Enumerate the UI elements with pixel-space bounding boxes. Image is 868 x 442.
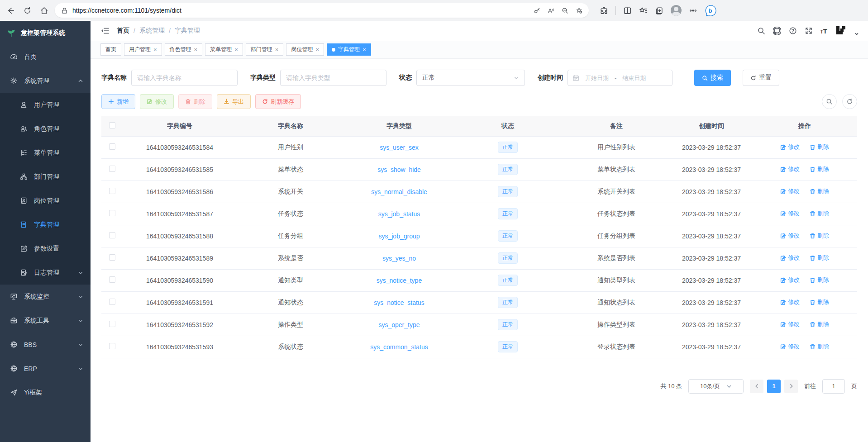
row-delete-button[interactable]: 删除 bbox=[810, 143, 829, 151]
back-icon[interactable] bbox=[6, 6, 15, 15]
column-header-type[interactable]: 字典类型 bbox=[345, 116, 453, 136]
sidebar-item-dict[interactable]: 字典管理 bbox=[0, 213, 91, 237]
row-delete-button[interactable]: 删除 bbox=[810, 232, 829, 240]
page-size-select[interactable]: 10条/页 bbox=[688, 379, 744, 394]
reset-button[interactable]: 重置 bbox=[743, 70, 779, 86]
tab-menu[interactable]: 菜单管理× bbox=[205, 43, 243, 56]
tab-role[interactable]: 角色管理× bbox=[165, 43, 203, 56]
reload-icon[interactable] bbox=[23, 6, 32, 15]
profile-avatar[interactable] bbox=[671, 5, 682, 16]
sidebar-item-post[interactable]: 岗位管理 bbox=[0, 189, 91, 213]
row-edit-button[interactable]: 修改 bbox=[780, 232, 800, 240]
dict-type-link[interactable]: sys_show_hide bbox=[377, 166, 421, 173]
row-edit-button[interactable]: 修改 bbox=[780, 254, 800, 262]
fullscreen-icon[interactable] bbox=[805, 27, 813, 35]
dict-type-link[interactable]: sys_oper_type bbox=[378, 321, 420, 328]
dict-type-link[interactable]: sys_common_status bbox=[370, 343, 428, 351]
extensions-icon[interactable] bbox=[600, 6, 608, 15]
column-header-id[interactable]: 字典编号 bbox=[123, 116, 236, 136]
row-delete-button[interactable]: 删除 bbox=[810, 342, 829, 351]
sidebar-item-tools[interactable]: 系统工具 bbox=[0, 309, 91, 333]
read-aloud-icon[interactable] bbox=[548, 7, 554, 14]
row-edit-button[interactable]: 修改 bbox=[780, 320, 800, 328]
dict-type-input[interactable] bbox=[280, 70, 386, 86]
row-checkbox[interactable] bbox=[109, 343, 115, 349]
table-refresh-button[interactable] bbox=[842, 94, 857, 109]
close-icon[interactable]: × bbox=[153, 47, 157, 52]
row-checkbox[interactable] bbox=[109, 321, 115, 327]
close-icon[interactable]: × bbox=[234, 47, 238, 52]
row-edit-button[interactable]: 修改 bbox=[780, 342, 800, 351]
sidebar-item-bbs[interactable]: BBS bbox=[0, 333, 91, 356]
table-search-toggle-button[interactable] bbox=[822, 94, 837, 109]
sidebar-item-monitor[interactable]: 系统监控 bbox=[0, 285, 91, 309]
key-icon[interactable] bbox=[534, 7, 540, 14]
tab-post[interactable]: 岗位管理× bbox=[286, 43, 324, 56]
sidebar-item-log[interactable]: 日志管理 bbox=[0, 261, 91, 285]
prev-page-button[interactable] bbox=[750, 380, 763, 393]
breadcrumb-home[interactable]: 首页 bbox=[117, 27, 129, 35]
hamburger-icon[interactable] bbox=[100, 26, 110, 35]
sidebar-item-dept[interactable]: 部门管理 bbox=[0, 165, 91, 189]
dict-type-link[interactable]: sys_yes_no bbox=[382, 255, 416, 262]
row-edit-button[interactable]: 修改 bbox=[780, 165, 800, 173]
close-icon[interactable]: × bbox=[275, 47, 279, 52]
font-size-icon[interactable]: TT bbox=[820, 27, 827, 35]
export-button[interactable]: 导出 bbox=[217, 94, 251, 109]
row-delete-button[interactable]: 删除 bbox=[810, 254, 829, 262]
sidebar-item-user[interactable]: 用户管理 bbox=[0, 93, 91, 117]
dict-name-input[interactable] bbox=[131, 70, 238, 86]
sidebar-item-system[interactable]: 系统管理 bbox=[0, 69, 91, 93]
date-end-input[interactable] bbox=[619, 75, 649, 81]
row-edit-button[interactable]: 修改 bbox=[780, 209, 800, 218]
row-checkbox[interactable] bbox=[109, 254, 115, 261]
bing-icon[interactable]: b bbox=[705, 5, 717, 17]
dict-type-link[interactable]: sys_notice_status bbox=[374, 299, 424, 306]
row-edit-button[interactable]: 修改 bbox=[780, 276, 800, 284]
tab-user[interactable]: 用户管理× bbox=[124, 43, 162, 56]
row-checkbox[interactable] bbox=[109, 299, 115, 305]
sidebar-item-menu[interactable]: 菜单管理 bbox=[0, 141, 91, 165]
url-text[interactable]: https://ccnetcore.com:1101/system/dict bbox=[72, 7, 529, 14]
breadcrumb-system[interactable]: 系统管理 bbox=[139, 27, 165, 35]
row-delete-button[interactable]: 删除 bbox=[810, 320, 829, 328]
close-icon[interactable]: × bbox=[194, 47, 198, 52]
app-logo[interactable]: 意框架管理系统 bbox=[0, 21, 91, 45]
chevron-down-icon[interactable] bbox=[854, 32, 859, 36]
dict-type-link[interactable]: sys_job_group bbox=[378, 233, 420, 240]
more-icon[interactable] bbox=[689, 6, 697, 15]
sidebar-item-erp[interactable]: ERP bbox=[0, 356, 91, 380]
edit-button[interactable]: 修改 bbox=[140, 94, 174, 109]
sidebar-item-param[interactable]: 参数设置 bbox=[0, 237, 91, 261]
dict-type-link[interactable]: sys_job_status bbox=[378, 210, 420, 218]
select-all-checkbox[interactable] bbox=[109, 122, 115, 128]
collections-icon[interactable] bbox=[655, 6, 663, 15]
favorite-add-icon[interactable] bbox=[576, 7, 582, 14]
close-icon[interactable]: × bbox=[362, 47, 366, 52]
page-number-current[interactable]: 1 bbox=[767, 380, 781, 393]
row-edit-button[interactable]: 修改 bbox=[780, 143, 800, 151]
tab-dept[interactable]: 部门管理× bbox=[246, 43, 284, 56]
row-edit-button[interactable]: 修改 bbox=[780, 298, 800, 306]
row-checkbox[interactable] bbox=[109, 232, 115, 238]
refresh-cache-button[interactable]: 刷新缓存 bbox=[255, 94, 301, 109]
tab-home[interactable]: 首页 bbox=[100, 43, 121, 56]
status-select[interactable]: 正常 bbox=[416, 70, 525, 86]
split-screen-icon[interactable] bbox=[623, 6, 632, 15]
address-bar[interactable]: https://ccnetcore.com:1101/system/dict bbox=[55, 3, 589, 18]
row-checkbox[interactable] bbox=[109, 276, 115, 283]
row-delete-button[interactable]: 删除 bbox=[810, 187, 829, 195]
row-edit-button[interactable]: 修改 bbox=[780, 187, 800, 195]
zoom-out-icon[interactable] bbox=[562, 7, 568, 14]
github-icon[interactable] bbox=[773, 27, 781, 35]
sidebar-item-yi[interactable]: Yi框架 bbox=[0, 380, 91, 404]
row-checkbox[interactable] bbox=[109, 166, 115, 172]
row-checkbox[interactable] bbox=[109, 143, 115, 150]
column-header-name[interactable]: 字典名称 bbox=[236, 116, 345, 136]
dict-type-link[interactable]: sys_user_sex bbox=[380, 144, 419, 151]
column-header-created[interactable]: 创建时间 bbox=[671, 116, 752, 136]
sidebar-item-home[interactable]: 首页 bbox=[0, 45, 91, 69]
row-delete-button[interactable]: 删除 bbox=[810, 298, 829, 306]
home-icon[interactable] bbox=[40, 6, 48, 15]
row-checkbox[interactable] bbox=[109, 210, 115, 216]
